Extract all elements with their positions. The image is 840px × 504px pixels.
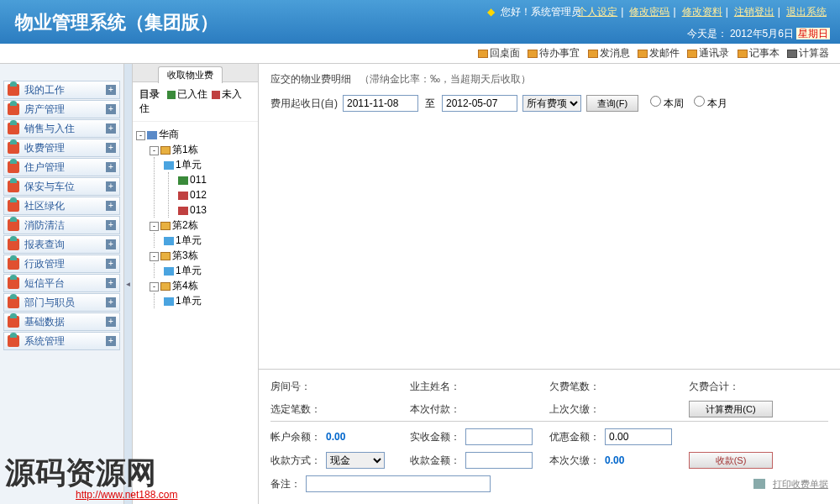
nav-icon bbox=[8, 219, 19, 231]
tree-room[interactable]: 013 bbox=[190, 204, 207, 216]
tb-message[interactable]: 发消息 bbox=[588, 48, 630, 58]
nav-item-8[interactable]: 报表查询+ bbox=[3, 235, 120, 254]
link-logout[interactable]: 注销登出 bbox=[734, 6, 774, 18]
label-this-pay: 本次付款： bbox=[410, 402, 460, 417]
tree-unit[interactable]: 1单元 bbox=[176, 265, 202, 276]
building-icon bbox=[160, 252, 171, 260]
greeting-icon: ◆ bbox=[487, 6, 495, 18]
nav-item-12[interactable]: 基础数据+ bbox=[3, 312, 120, 331]
nav-item-3[interactable]: 收费管理+ bbox=[3, 139, 120, 157]
content-title: 应交的物业费明细（滞纳金比率：‰，当超期天后收取） bbox=[270, 72, 828, 87]
nav-item-0[interactable]: 我的工作+ bbox=[3, 81, 120, 99]
vacant-icon bbox=[212, 91, 220, 99]
tb-mail[interactable]: 发邮件 bbox=[638, 48, 680, 58]
nav-item-6[interactable]: 社区绿化+ bbox=[3, 197, 120, 215]
expand-icon: + bbox=[106, 123, 116, 134]
link-password[interactable]: 修改密码 bbox=[629, 6, 669, 18]
nav-item-9[interactable]: 行政管理+ bbox=[3, 255, 120, 273]
tree-room[interactable]: 011 bbox=[190, 174, 207, 186]
calc-fee-button[interactable]: 计算费用(C) bbox=[689, 401, 773, 417]
room-icon bbox=[178, 176, 188, 185]
nav-item-4[interactable]: 住户管理+ bbox=[3, 158, 120, 176]
tree-building[interactable]: 第1栋 bbox=[172, 144, 198, 155]
tree-tab: 收取物业费 bbox=[133, 64, 258, 82]
expand-icon: + bbox=[106, 259, 116, 269]
nav-item-2[interactable]: 销售与入住+ bbox=[3, 119, 120, 138]
tree-building[interactable]: 第2栋 bbox=[172, 219, 198, 231]
contacts-icon bbox=[687, 50, 697, 58]
tree-toggle[interactable]: - bbox=[136, 131, 145, 140]
todo-icon bbox=[528, 50, 538, 58]
message-icon bbox=[588, 50, 598, 58]
nav-icon bbox=[8, 258, 19, 270]
pay-method-select[interactable]: 现金 bbox=[326, 452, 385, 469]
tree-unit[interactable]: 1单元 bbox=[176, 234, 202, 246]
notes-icon bbox=[738, 50, 748, 58]
nav-icon bbox=[8, 123, 19, 134]
nav-icon bbox=[8, 200, 19, 212]
sidebar: 我的工作+房产管理+销售与入住+收费管理+住户管理+保安与车位+社区绿化+消防清… bbox=[0, 64, 124, 504]
home-icon bbox=[478, 50, 488, 58]
query-button[interactable]: 查询(F) bbox=[586, 95, 638, 112]
tb-desktop[interactable]: 回桌面 bbox=[478, 48, 520, 58]
tree-unit[interactable]: 1单元 bbox=[176, 159, 202, 171]
label-owe-total: 欠费合计： bbox=[689, 380, 739, 394]
nav-item-5[interactable]: 保安与车位+ bbox=[3, 177, 120, 196]
tree-building[interactable]: 第4栋 bbox=[172, 280, 198, 291]
remark-input[interactable] bbox=[306, 475, 491, 492]
tree-room[interactable]: 012 bbox=[190, 189, 207, 201]
link-info[interactable]: 修改资料 bbox=[682, 6, 722, 18]
top-toolbar: 回桌面 待办事宜 发消息 发邮件 通讯录 记事本 计算器 bbox=[0, 44, 840, 64]
link-profile[interactable]: 个人设定 bbox=[577, 6, 617, 18]
building-icon bbox=[160, 222, 171, 230]
building-icon bbox=[160, 146, 171, 155]
tb-notes[interactable]: 记事本 bbox=[738, 48, 780, 58]
nav-item-11[interactable]: 部门与职员+ bbox=[3, 293, 120, 312]
nav-item-13[interactable]: 系统管理+ bbox=[3, 332, 120, 350]
tree-root[interactable]: 华商 bbox=[159, 129, 179, 140]
radio-week[interactable]: 本周 bbox=[650, 97, 684, 109]
fee-type-select[interactable]: 所有费项 bbox=[522, 95, 581, 112]
nav-item-1[interactable]: 房产管理+ bbox=[3, 100, 120, 118]
greeting: ◆ 您好！系统管理员 bbox=[487, 5, 581, 19]
tb-contacts[interactable]: 通讯录 bbox=[687, 48, 729, 58]
expand-icon: + bbox=[106, 104, 116, 114]
radio-month[interactable]: 本月 bbox=[694, 97, 727, 109]
expand-icon: + bbox=[106, 220, 116, 230]
app-header: 物业管理系统（集团版） ◆ 您好！系统管理员 个人设定| 修改密码| 修改资料|… bbox=[0, 0, 840, 44]
expand-icon: + bbox=[106, 181, 116, 192]
expand-icon: + bbox=[106, 162, 116, 172]
nav-item-10[interactable]: 短信平台+ bbox=[3, 274, 120, 292]
occupied-icon bbox=[167, 91, 176, 99]
expand-icon: + bbox=[106, 143, 116, 153]
collect-button[interactable]: 收款(S) bbox=[689, 452, 773, 469]
balance-value: 0.00 bbox=[326, 431, 345, 443]
expand-icon: + bbox=[106, 239, 116, 249]
label-last-owe: 上次欠缴： bbox=[549, 402, 600, 417]
nav-icon bbox=[8, 181, 19, 192]
tree-unit[interactable]: 1单元 bbox=[176, 295, 202, 307]
link-exit[interactable]: 退出系统 bbox=[786, 6, 827, 18]
discount-input[interactable] bbox=[605, 428, 672, 445]
unit-icon bbox=[164, 237, 174, 245]
top-links: 个人设定| 修改密码| 修改资料| 注销登出| 退出系统 bbox=[574, 5, 830, 19]
print-link[interactable]: 打印收费单据 bbox=[773, 478, 828, 491]
nav-icon bbox=[8, 142, 19, 154]
expand-icon: + bbox=[106, 317, 116, 327]
room-icon bbox=[178, 207, 188, 215]
actual-amount-input[interactable] bbox=[465, 428, 533, 445]
expand-icon: + bbox=[106, 278, 116, 288]
tb-calc[interactable]: 计算器 bbox=[787, 48, 829, 58]
receive-amount-input[interactable] bbox=[465, 452, 533, 469]
date-to-input[interactable] bbox=[442, 95, 517, 112]
tb-todo[interactable]: 待办事宜 bbox=[528, 48, 580, 58]
label-owe-count: 欠费笔数： bbox=[549, 380, 600, 394]
nav-item-7[interactable]: 消防清洁+ bbox=[3, 216, 120, 234]
collapse-handle[interactable] bbox=[124, 64, 133, 504]
tree-building[interactable]: 第3栋 bbox=[172, 249, 198, 261]
nav-icon bbox=[8, 297, 19, 308]
date-from-input[interactable] bbox=[343, 95, 418, 112]
expand-icon: + bbox=[106, 297, 116, 307]
label-owner: 业主姓名： bbox=[410, 380, 460, 394]
nav-icon bbox=[8, 316, 19, 328]
